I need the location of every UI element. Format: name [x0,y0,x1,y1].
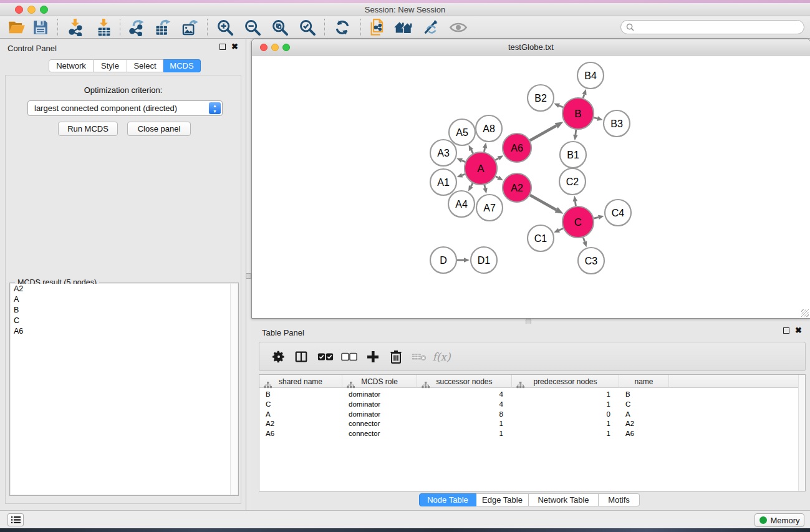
optimization-criterion-label: Optimization criterion: [6,85,241,95]
mcds-result-item[interactable]: A [11,294,238,305]
tab-network-table[interactable]: Network Table [529,493,599,506]
network-view-window[interactable]: testGlobe.txt AA1A2A3A4A5A6A7A8BB1B2B3B4… [251,39,810,319]
search-input[interactable] [637,23,804,32]
table-row[interactable]: A2connector11A2 [259,418,805,428]
table-cell: connector [342,428,417,438]
graph-edge-C-C2[interactable] [575,201,576,206]
optimization-criterion-dropdown[interactable]: largest connected component (directed) ▲… [27,100,223,116]
float-panel-icon[interactable] [219,44,226,50]
run-mcds-button[interactable]: Run MCDS [58,122,118,136]
zoom-out-icon[interactable] [242,18,263,37]
column-layout-icon[interactable] [291,347,311,366]
save-session-icon[interactable] [30,18,51,37]
mcds-list-scrollbar[interactable] [230,284,238,495]
tab-network[interactable]: Network [49,59,94,72]
graph-edge-A-A2[interactable] [496,177,498,178]
graph-edge-A-A6[interactable] [495,158,498,160]
zoom-in-icon[interactable] [215,18,236,37]
refresh-icon[interactable] [332,18,353,37]
graph-edge-B-B4[interactable] [583,94,584,98]
duplicate-network-icon[interactable] [367,18,388,37]
memory-button[interactable]: Memory [755,513,804,527]
tab-mcds[interactable]: MCDS [163,59,201,72]
table-cell: A2 [259,418,342,428]
graph-edge-C-C4[interactable] [594,217,599,218]
eye-icon[interactable] [448,18,469,37]
apply-function-icon[interactable]: f(x) [432,347,451,366]
mcds-result-list[interactable]: A2ABCA6 [11,284,238,495]
zoom-selected-icon[interactable] [297,18,318,37]
vertical-split-handle[interactable] [246,273,251,279]
open-file-icon[interactable] [6,18,27,37]
export-image-icon[interactable] [180,18,201,37]
graph-edge-A-A4[interactable] [471,183,473,186]
zoom-fit-icon[interactable] [269,18,291,37]
column-header-name[interactable]: name [619,375,669,388]
mcds-result-item[interactable]: B [11,305,238,316]
table-cell: B [259,389,342,399]
graph-node-label: B4 [584,70,597,81]
add-column-icon[interactable] [363,347,383,366]
graph-node-label: C [574,216,582,228]
table-row[interactable]: Adominator80A [259,409,805,419]
table-row[interactable]: A6connector11A6 [259,428,805,438]
column-header-shared-name[interactable]: shared name [259,375,342,388]
graph-edge-A-A7[interactable] [485,185,485,188]
export-network-icon[interactable] [126,18,147,37]
graph-edge-A-A8[interactable] [484,148,485,152]
graph-edge-C-C1[interactable] [559,228,563,230]
graph-edge-A-A3[interactable] [462,160,466,162]
graph-edge-A-A1[interactable] [462,174,465,175]
float-panel-icon[interactable] [783,327,789,334]
control-panel-title: Control Panel [7,44,57,53]
close-panel-icon[interactable]: ✖ [231,44,238,50]
main-titlebar[interactable]: Session: New Session [0,3,810,16]
graph-node-label: C1 [534,233,547,244]
import-table-icon[interactable] [94,18,115,37]
mcds-tab-content: Optimization criterion: largest connecte… [5,75,241,504]
memory-status-icon [759,516,767,524]
graph-edge-C-C3[interactable] [583,238,584,242]
show-panels-list-button[interactable] [7,513,24,526]
tab-node-table[interactable]: Node Table [419,493,476,506]
toggle-graphics-details-icon[interactable] [420,18,441,37]
node-table[interactable]: shared nameMCDS rolesuccessor nodesprede… [259,374,806,491]
table-row[interactable]: Bdominator41B [259,389,805,399]
table-settings-icon[interactable] [269,347,289,366]
mcds-result-item[interactable]: C [11,316,238,326]
mcds-result-item[interactable]: A6 [11,326,238,337]
close-panel-button[interactable]: Close panel [127,122,191,136]
graph-edge-B-B2[interactable] [559,105,563,107]
table-panel-buttons: ✖ [783,327,802,334]
delete-table-icon[interactable] [409,347,429,366]
search-field[interactable] [620,20,804,34]
select-all-checkboxes-icon[interactable] [316,347,335,366]
import-network-icon[interactable] [65,18,86,37]
graph-node-label: A6 [511,143,523,153]
graph-edge-A-A5[interactable] [471,150,473,153]
home-layout-icon[interactable] [393,18,414,37]
tab-select[interactable]: Select [127,59,163,72]
table-row[interactable]: Cdominator41C [259,399,805,409]
edge-arrowhead [573,196,577,201]
tab-style[interactable]: Style [94,59,127,72]
column-header-MCDS-role[interactable]: MCDS role [342,375,417,388]
graph-edge-B-B3[interactable] [594,117,597,118]
main-toolbar [0,16,810,39]
network-canvas[interactable]: AA1A2A3A4A5A6A7A8BB1B2B3B4CC1C2C3C4DD1 [252,56,810,318]
window-resize-grip[interactable] [801,309,809,317]
table-scrollbar[interactable] [798,375,805,491]
delete-column-icon[interactable] [386,347,406,366]
graph-edge-A2-C[interactable] [530,195,556,210]
mcds-result-item[interactable]: A2 [11,284,238,294]
column-header-predecessor-nodes[interactable]: predecessor nodes [512,375,619,388]
graph-edge-A6-B[interactable] [530,126,556,141]
deselect-all-checkboxes-icon[interactable] [339,347,359,366]
close-panel-icon[interactable]: ✖ [795,327,802,334]
tab-edge-table[interactable]: Edge Table [476,493,529,506]
export-table-icon[interactable] [152,18,173,37]
column-header-successor-nodes[interactable]: successor nodes [417,375,512,388]
network-window-titlebar[interactable]: testGlobe.txt [252,39,810,56]
graph-edge-B-B1[interactable] [576,130,576,135]
tab-motifs[interactable]: Motifs [599,493,640,506]
